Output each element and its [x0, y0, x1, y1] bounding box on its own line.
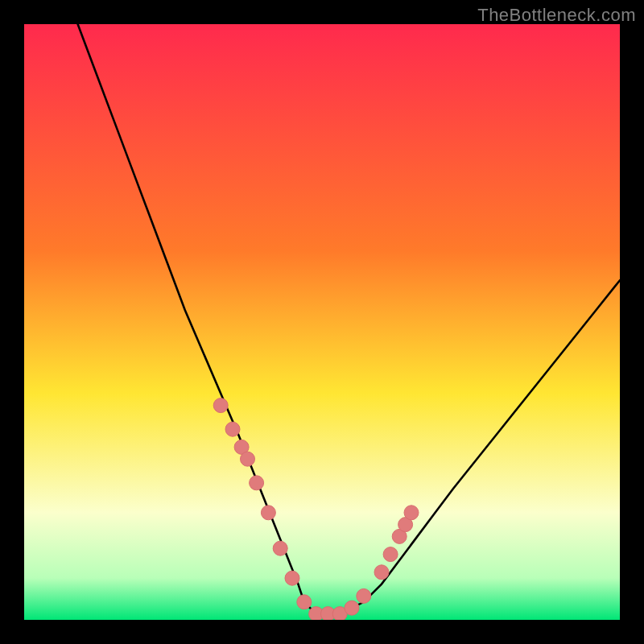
highlight-dot: [273, 541, 287, 555]
gradient-background: [24, 24, 620, 620]
highlight-dot: [225, 422, 240, 436]
highlight-dot: [374, 565, 389, 580]
chart-container: TheBottleneck.com: [0, 0, 644, 644]
highlight-dot: [357, 588, 371, 603]
highlight-dot: [213, 398, 228, 413]
plot-area: [24, 24, 620, 620]
highlight-dot: [250, 476, 264, 490]
highlight-dot: [261, 506, 275, 520]
highlight-dot: [285, 571, 299, 585]
highlight-dot: [383, 547, 398, 562]
highlight-dot: [404, 506, 419, 520]
watermark-text: TheBottleneck.com: [477, 5, 636, 26]
highlight-dot: [241, 452, 255, 466]
chart-svg: [24, 24, 620, 620]
highlight-dot: [297, 595, 312, 609]
highlight-dot: [345, 601, 359, 615]
